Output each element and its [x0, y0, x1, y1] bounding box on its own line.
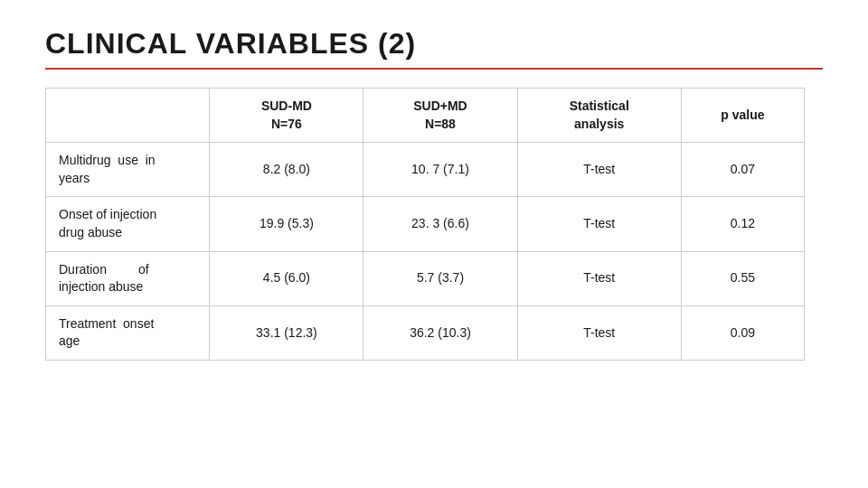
cell-multidrug-sud-md: 8.2 (8.0) [210, 143, 363, 197]
cell-onset-statistical: T-test [517, 197, 681, 251]
row-label-onset: Onset of injectiondrug abuse [46, 197, 210, 251]
header-p-value: p value [681, 89, 804, 143]
cell-onset-p: 0.12 [681, 197, 804, 251]
table-row: Treatment onsetage 33.1 (12.3) 36.2 (10.… [46, 305, 805, 360]
cell-multidrug-p: 0.07 [681, 143, 804, 197]
cell-duration-p: 0.55 [681, 251, 804, 305]
title-divider [45, 68, 823, 70]
header-statistical-analysis: Statisticalanalysis [517, 89, 681, 143]
cell-multidrug-statistical: T-test [517, 143, 681, 197]
header-row-label [46, 89, 210, 143]
cell-treatment-p: 0.09 [681, 305, 804, 360]
row-label-multidrug: Multidrug use inyears [46, 143, 210, 197]
cell-duration-statistical: T-test [517, 251, 681, 305]
cell-treatment-statistical: T-test [517, 305, 681, 360]
clinical-variables-table: SUD-MDN=76 SUD+MDN=88 Statisticalanalysi… [45, 88, 805, 361]
header-sud-plus-md: SUD+MDN=88 [363, 89, 517, 143]
cell-duration-sud-md: 4.5 (6.0) [210, 251, 363, 305]
cell-onset-sud-plus-md: 23. 3 (6.6) [363, 197, 517, 251]
page-title: CLINICAL VARIABLES (2) [45, 27, 823, 61]
cell-treatment-sud-plus-md: 36.2 (10.3) [363, 305, 517, 360]
table-row: Multidrug use inyears 8.2 (8.0) 10. 7 (7… [46, 143, 805, 197]
table-row: Onset of injectiondrug abuse 19.9 (5.3) … [46, 197, 805, 251]
header-sud-md: SUD-MDN=76 [210, 89, 363, 143]
row-label-duration: Duration ofinjection abuse [46, 251, 210, 305]
cell-treatment-sud-md: 33.1 (12.3) [210, 305, 363, 360]
cell-onset-sud-md: 19.9 (5.3) [210, 197, 363, 251]
cell-multidrug-sud-plus-md: 10. 7 (7.1) [363, 143, 517, 197]
cell-duration-sud-plus-md: 5.7 (3.7) [363, 251, 517, 305]
table-row: Duration ofinjection abuse 4.5 (6.0) 5.7… [46, 251, 805, 305]
row-label-treatment: Treatment onsetage [46, 305, 210, 360]
